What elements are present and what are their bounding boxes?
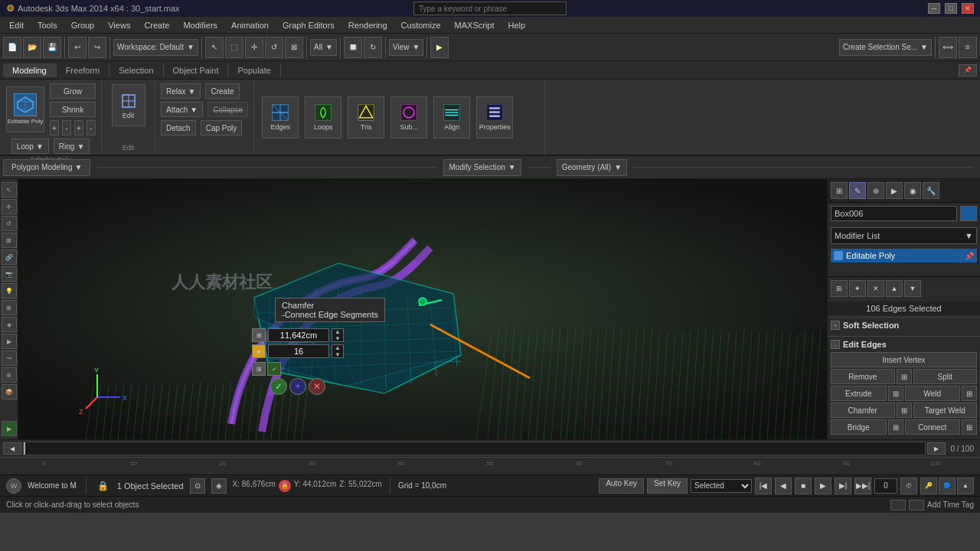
sidebar-asset-button[interactable]: 📦 [2, 384, 17, 399]
filter-dropdown[interactable]: All ▼ [310, 39, 337, 56]
panel-icon-motion[interactable]: ▶ [886, 182, 903, 199]
object-name-field[interactable] [831, 206, 957, 221]
extrude-settings-button[interactable]: ⊞ [888, 386, 903, 401]
panel-icon-hierarchy[interactable]: ⊛ [867, 182, 884, 199]
cap-poly-button[interactable]: Cap Poly [201, 120, 243, 135]
split-button[interactable]: Split [913, 369, 978, 384]
next-frame-button[interactable]: ▶| [835, 478, 851, 494]
move-up-button[interactable]: ▲ [886, 280, 903, 297]
time-config-button[interactable]: ⏱ [900, 478, 917, 494]
frame-counter[interactable]: 0 [874, 478, 897, 494]
grow-button[interactable]: Grow [50, 83, 96, 99]
play-forward-button[interactable]: ▶ [815, 478, 831, 494]
chamfer-settings-button[interactable]: ⊞ [897, 403, 912, 418]
panel-icon-modify[interactable]: ✎ [849, 182, 866, 199]
tab-object-paint[interactable]: Object Paint [164, 64, 229, 77]
coord-lock-icon[interactable]: 🔒 [279, 480, 291, 492]
new-file-button[interactable]: 📄 [3, 37, 21, 58]
edges-large-button[interactable]: Edges [262, 96, 299, 139]
welcome-icon[interactable]: W [6, 478, 21, 494]
key-filter-dropdown[interactable]: Selected [691, 479, 752, 493]
geometry-all-dropdown[interactable]: Geometry (All) ▼ [557, 159, 627, 176]
add-ring-button[interactable]: + [74, 120, 83, 135]
menu-edit[interactable]: Edit [3, 19, 30, 31]
mirror-button[interactable]: ⟺ [939, 37, 957, 58]
insert-vertex-button[interactable]: Insert Vertex [831, 352, 977, 367]
sidebar-rotate-button[interactable]: ↺ [2, 216, 17, 231]
maximize-button[interactable]: □ [945, 3, 957, 14]
sidebar-material-button[interactable]: ◈ [2, 317, 17, 332]
loop-button[interactable]: Loop▼ [11, 139, 49, 154]
select-region-button[interactable]: ⬚ [225, 37, 243, 58]
menu-rendering[interactable]: Rendering [342, 19, 394, 31]
tab-populate[interactable]: Populate [228, 64, 280, 77]
create-button[interactable]: Create [205, 83, 239, 99]
chamfer-spinner[interactable]: ▲▼ [332, 328, 344, 342]
sidebar-layer-button[interactable]: ⊞ [2, 300, 17, 315]
menu-animation[interactable]: Animation [225, 19, 275, 31]
menu-create[interactable]: Create [138, 19, 175, 31]
panel-icon-create[interactable]: ⊞ [831, 182, 848, 199]
sidebar-curve-editor-button[interactable]: 〜 [2, 350, 17, 366]
sub-large-button[interactable]: Sub... [390, 96, 427, 139]
detach-button[interactable]: Detach [161, 120, 196, 135]
menu-graph-editors[interactable]: Graph Editors [276, 19, 341, 31]
sidebar-camera-button[interactable]: 📷 [2, 266, 17, 282]
set-key-button[interactable]: Set Key [647, 478, 688, 494]
editable-poly-pin-icon[interactable]: 📌 [965, 252, 974, 260]
attach-button[interactable]: Attach▼ [161, 102, 203, 117]
viewport[interactable]: [+] [Perspective] [Shaded] top ⬡ front [18, 179, 827, 439]
pin-stack-button[interactable]: ⊞ [831, 280, 848, 297]
tris-large-button[interactable]: Tris [348, 96, 384, 139]
tab-selection[interactable]: Selection [109, 64, 163, 77]
open-file-button[interactable]: 📂 [23, 37, 41, 58]
panel-icon-utilities[interactable]: 🔧 [923, 182, 939, 199]
weld-settings-button[interactable]: ⊞ [962, 386, 977, 401]
last-frame-button[interactable]: ▶▶| [854, 478, 871, 494]
menu-modifiers[interactable]: Modifiers [177, 19, 224, 31]
bridge-button[interactable]: Bridge [831, 419, 887, 435]
key-mode-button[interactable]: 🔑 [920, 478, 937, 494]
tab-pin-button[interactable]: 📌 [959, 64, 977, 77]
remove-loop-button[interactable]: - [62, 120, 71, 135]
snap-button[interactable]: 🔲 [344, 37, 362, 58]
chamfer-add-button[interactable]: + [289, 378, 306, 395]
bridge-settings-button[interactable]: ⊞ [888, 419, 903, 435]
close-button[interactable]: ✕ [962, 3, 974, 14]
editable-poly-item[interactable]: Editable Poly 📌 [831, 249, 977, 262]
chamfer-ok-button[interactable]: ✓ [270, 378, 287, 395]
relax-button[interactable]: Relax▼ [161, 83, 201, 99]
remove-settings-button[interactable]: ⊞ [897, 369, 912, 384]
editable-poly-display-button[interactable]: Editable Poly [6, 86, 44, 132]
undo-button[interactable]: ↩ [68, 37, 87, 58]
key-type-button[interactable]: ▲ [957, 478, 974, 494]
save-file-button[interactable]: 💾 [43, 37, 61, 58]
menu-group[interactable]: Group [65, 19, 101, 31]
chamfer-cancel-button[interactable]: ✕ [309, 378, 325, 395]
collapse-button[interactable]: Collapse [207, 102, 248, 117]
minimize-button[interactable]: ─ [928, 3, 940, 14]
workspace-dropdown[interactable]: Workspace: Default ▼ [113, 39, 198, 56]
menu-customize[interactable]: Customize [395, 19, 447, 31]
align-button[interactable]: ≡ [959, 37, 977, 58]
sidebar-play-button[interactable]: ▶ [2, 421, 17, 436]
edit-large-button[interactable]: Edit [112, 84, 145, 126]
play-back-button[interactable]: ◀ [775, 478, 792, 494]
tab-freeform[interactable]: Freeform [57, 64, 110, 77]
redo-button[interactable]: ↪ [88, 37, 106, 58]
chamfer-distance-input[interactable] [268, 328, 329, 342]
edit-edges-toggle[interactable]: - [831, 340, 840, 349]
timeline-prev-button[interactable]: ◀ [3, 442, 21, 455]
search-input[interactable] [413, 2, 567, 15]
unique-button[interactable]: ✦ [849, 280, 866, 297]
chamfer-segments-spinner[interactable]: ▲▼ [332, 344, 344, 358]
auto-key-button[interactable]: Auto Key [599, 478, 644, 494]
modifier-list-dropdown[interactable]: Modifier List ▼ [831, 227, 977, 244]
sidebar-light-button[interactable]: 💡 [2, 283, 17, 298]
polygon-modeling-button[interactable]: Polygon Modeling ▼ [3, 159, 90, 176]
select-tool-button[interactable]: ↖ [205, 37, 224, 58]
object-color-swatch[interactable] [960, 206, 977, 221]
remove-modifier-button[interactable]: ✕ [867, 280, 884, 297]
selection-filter-icon[interactable]: ◈ [211, 478, 227, 494]
move-tool-button[interactable]: ✛ [245, 37, 263, 58]
